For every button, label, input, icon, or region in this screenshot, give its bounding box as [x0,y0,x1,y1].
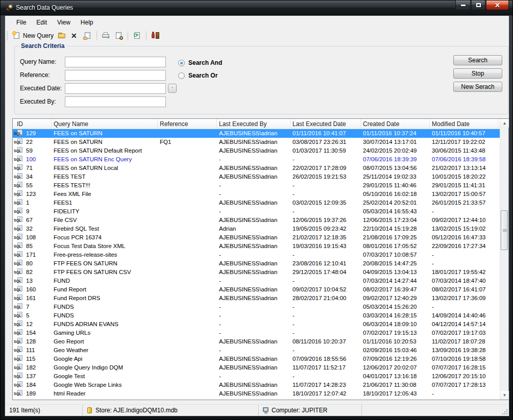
table-row[interactable]: SQL55FEES TEST!!!--29/01/2015 11:40:4629… [13,181,500,190]
print-button[interactable] [100,30,112,41]
cell-created: 07/03/2017 10:08:57 [361,251,430,259]
table-row[interactable]: SQL128Geo ReportAJEBUSINESS\adrian08/11/… [13,337,500,346]
cell-ref [158,372,217,381]
column-header-modified-date[interactable]: Modified Date [430,119,498,129]
executed-by-input[interactable] [65,96,166,107]
table-row[interactable]: SQL71FEES on SATURN LocalAJEBUSINESS\adr… [13,164,500,172]
cell-exec: 07/09/2016 18:55:56 [290,355,361,363]
minimize-button[interactable] [455,1,471,10]
cell-created: 29/01/2015 11:40:46 [361,181,430,190]
menu-edit[interactable]: Edit [31,17,52,28]
menu-help[interactable]: Help [76,17,99,28]
table-row[interactable]: SQL137Google Test--04/01/2017 13:16:1812… [13,372,500,381]
sql-document-icon: SQL [14,329,25,337]
cell-by: - [217,277,290,285]
toolbar-grip[interactable] [7,31,8,40]
column-header-reference[interactable]: Reference [158,119,217,129]
cell-id: SQL128 [13,337,52,346]
radio-search-or[interactable] [178,72,185,79]
cell-created: 21/06/2017 11:30:08 [361,381,430,389]
sql-document-icon: SQL [14,242,25,250]
table-row[interactable]: SQL67File CSVAJEBUSINESS\adrian12/06/201… [13,216,500,225]
reference-input[interactable] [65,70,166,81]
executed-date-input[interactable] [65,83,166,94]
cell-ref: FQ1 [158,138,217,146]
table-row[interactable]: SQL100FEES on SATURN Enc Query--07/06/20… [13,155,500,164]
cell-exec: 23/08/2016 12:10:41 [290,259,361,268]
table-row[interactable]: SQL5FUNDS--03/03/2014 16:28:1514/09/2014… [13,311,500,320]
cell-exec: 11/07/2017 14:28:23 [290,381,361,389]
cell-id: SQL184 [13,381,52,389]
menu-view[interactable]: View [52,17,76,28]
new-query-button[interactable]: New Query [10,30,56,41]
table-row[interactable]: SQL9FIDELITY--05/03/2014 16:55:43- [13,207,500,216]
table-row[interactable]: SQL161Fund Report DRSAJEBUSINESS\adrian2… [13,294,500,303]
cell-exec: 26/02/2015 19:21:53 [290,172,361,181]
resize-grip[interactable] [502,409,508,415]
table-row[interactable]: SQL7FUNDS--05/03/2014 15:26:20- [13,303,500,311]
sql-document-icon: SQL [14,208,25,215]
table-row[interactable]: SQL12FUNDS ADRIAN EVANS--06/03/2014 18:0… [13,320,500,329]
table-row[interactable]: SQL129FEES on SATURNAJEBUSINESS\adrian01… [13,129,500,138]
new-search-button[interactable]: New Serach [453,82,502,92]
table-row[interactable]: SQL189html ReaderAJEBUSINESS\adrian18/10… [13,389,500,398]
refresh-button[interactable]: ⟳ [131,30,143,41]
table-row[interactable]: SQL115Google ApiAJEBUSINESS\adrian07/09/… [13,355,500,363]
exit-button[interactable] [149,30,162,41]
table-row[interactable]: SQL59FEES on SATURN Default ReportAJEBUS… [13,146,500,155]
cell-name: Google Web Scrape Links [52,381,158,389]
cell-modified: 18/01/2017 19:55:42 [430,268,498,277]
radio-search-and[interactable] [178,60,185,66]
delete-button[interactable]: ✕ [68,30,81,41]
table-row[interactable]: SQL182Google Query Indigo DQMAJEBUSINESS… [13,363,500,372]
sql-document-icon: SQL [14,199,25,207]
menu-file[interactable]: File [11,17,31,28]
table-row[interactable]: SQL32Firebird SQL TestAdrian19/05/2015 0… [13,225,500,233]
column-header-created-date[interactable]: Created Date [361,119,430,129]
cell-by: - [217,181,290,190]
scroll-up-arrow-icon[interactable]: ▲ [500,119,509,128]
table-row[interactable]: SQL160Fund ReportAJEBUSINESS\adrian09/02… [13,285,500,294]
table-row[interactable]: SQL82FTP FEES ON SATURN CSVAJEBUSINESS\a… [13,268,500,277]
table-row[interactable]: SQL85Focus Test Data Store XMLAJEBUSINES… [13,242,500,251]
table-row[interactable]: SQL184Google Web Scrape LinksAJEBUSINESS… [13,381,500,389]
table-row[interactable]: SQL34FEES TESTAJEBUSINESS\adrian26/02/20… [13,172,500,181]
cell-ref [158,155,217,164]
maximize-button[interactable] [471,1,485,10]
results-grid: IDQuery NameReferenceLast Executed ByLas… [12,118,509,400]
query-name-input[interactable] [65,57,166,67]
column-header-last-executed-date[interactable]: Last Executed Date [290,119,361,129]
table-row[interactable]: SQL1FEES1AJEBUSINESS\adrian03/02/2015 12… [13,199,500,207]
table-row[interactable]: SQL108Focus PCR 16374AJEBUSINESS\adrian2… [13,233,500,242]
table-row[interactable]: SQL154Gaming URLs--07/02/2017 19:15:1307… [13,329,500,337]
table-row[interactable]: SQL22FEES on SATURNFQ1AJEBUSINESS\adrian… [13,138,500,146]
computer-icon [263,407,269,414]
table-row[interactable]: SQL171Free-press-release-sites--07/03/20… [13,251,500,259]
cell-exec: 01/11/2016 10:41:07 [290,129,361,138]
search-button[interactable]: Search [453,55,502,65]
table-row[interactable]: SQL13FUND--07/03/2014 14:27:4407/03/2014… [13,277,500,285]
scroll-down-arrow-icon[interactable]: ▼ [500,391,509,400]
sql-document-icon: SQL [14,251,25,259]
print-preview-button[interactable] [112,30,125,41]
column-header-id[interactable]: ID [13,119,52,129]
table-row[interactable]: SQL111Geo Weather--02/09/2016 15:03:4613… [13,346,500,355]
sql-document-icon: SQL [14,277,25,285]
properties-button[interactable] [81,30,94,41]
cell-by: AJEBUSINESS\adrian [217,172,290,181]
cell-ref [158,199,217,207]
date-browse-button[interactable]: . [168,84,177,93]
column-header-last-executed-by[interactable]: Last Executed By [217,119,290,129]
close-button[interactable]: ✕ [486,1,509,10]
vertical-scrollbar[interactable]: ▲ ▼ [500,119,508,400]
title-bar[interactable]: Search Data Queries ✕ [1,1,512,15]
cell-created: 09/02/2017 12:40:29 [361,294,430,303]
stop-button[interactable]: Stop [453,68,502,79]
cell-id: SQL71 [13,164,52,172]
column-header-query-name[interactable]: Query Name [52,119,158,129]
scrollbar-thumb[interactable] [501,210,508,250]
sql-document-icon: SQL [14,260,25,267]
open-button[interactable] [56,30,68,41]
table-row[interactable]: SQL123Fees XML File--05/10/2016 16:02:18… [13,190,500,199]
table-row[interactable]: SQL80FTP FEES ON SATURNAJEBUSINESS\adria… [13,259,500,268]
